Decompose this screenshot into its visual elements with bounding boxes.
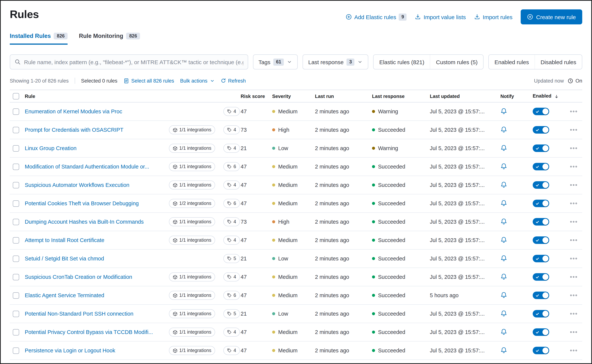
refresh-button[interactable]: Refresh [221, 78, 246, 84]
integrations-badge[interactable]: 1/1 integrations [169, 291, 215, 300]
row-actions-button[interactable] [569, 256, 579, 261]
tags-badge[interactable]: 4 [223, 346, 240, 355]
tags-badge[interactable]: 4 [223, 125, 240, 134]
row-actions-button[interactable] [569, 146, 579, 151]
rule-name-link[interactable]: Dumping Account Hashes via Built-In Comm… [25, 219, 165, 225]
tags-badge[interactable]: 4 [223, 328, 240, 337]
row-checkbox[interactable] [13, 347, 19, 354]
row-checkbox[interactable] [13, 219, 19, 225]
import-rules-button[interactable]: Import rules [474, 14, 513, 20]
enabled-toggle[interactable] [533, 255, 549, 262]
integrations-badge[interactable]: 1/1 integrations [169, 162, 215, 171]
rule-name-link[interactable]: Elastic Agent Service Terminated [25, 292, 165, 298]
tags-badge[interactable]: 5 [223, 254, 240, 263]
row-actions-button[interactable] [569, 275, 579, 279]
row-checkbox[interactable] [13, 274, 19, 280]
enabled-toggle[interactable] [533, 200, 549, 207]
integrations-badge[interactable]: 1/1 integrations [169, 236, 215, 245]
rule-name-link[interactable]: Potential Cookies Theft via Browser Debu… [25, 200, 165, 206]
tags-filter-button[interactable]: Tags 61 [253, 54, 298, 69]
column-header-last-response[interactable]: Last response [370, 93, 428, 99]
rule-name-link[interactable]: Modification of Standard Authentication … [25, 164, 165, 170]
auto-refresh-toggle[interactable]: On [568, 78, 582, 84]
enabled-toggle[interactable] [533, 218, 549, 226]
column-header-last-updated[interactable]: Last updated [428, 93, 494, 99]
rule-name-link[interactable]: Potential Non-Standard Port SSH connecti… [25, 311, 165, 317]
enabled-toggle[interactable] [533, 181, 549, 189]
rule-name-link[interactable]: Attempt to Install Root Certificate [25, 237, 165, 243]
notify-bell-button[interactable] [500, 347, 507, 353]
row-checkbox[interactable] [13, 200, 19, 207]
row-checkbox[interactable] [13, 292, 19, 299]
row-actions-button[interactable] [569, 164, 579, 169]
rule-name-link[interactable]: Suspicious Automator Workflows Execution [25, 182, 165, 188]
row-actions-button[interactable] [569, 109, 579, 114]
rule-name-link[interactable]: Suspicious CronTab Creation or Modificat… [25, 274, 165, 280]
last-response-filter-button[interactable]: Last response 3 [303, 54, 368, 69]
tags-badge[interactable]: 4 [223, 181, 240, 189]
rule-name-link[interactable]: Linux Group Creation [25, 145, 165, 151]
notify-bell-button[interactable] [500, 126, 507, 133]
tab-installed-rules[interactable]: Installed Rules 826 [10, 33, 68, 45]
tags-badge[interactable]: 4 [223, 236, 240, 245]
row-checkbox[interactable] [13, 255, 19, 262]
notify-bell-button[interactable] [500, 328, 507, 335]
integrations-badge[interactable]: 1/1 integrations [169, 309, 215, 318]
notify-bell-button[interactable] [500, 181, 507, 188]
enabled-toggle[interactable] [533, 273, 549, 281]
disabled-rules-filter[interactable]: Disabled rules [535, 55, 582, 69]
tags-badge[interactable]: 6 [223, 199, 240, 208]
enabled-rules-filter[interactable]: Enabled rules [489, 55, 534, 69]
integrations-badge[interactable]: 1/1 integrations [169, 144, 215, 153]
notify-bell-button[interactable] [500, 291, 507, 298]
notify-bell-button[interactable] [500, 310, 507, 317]
enabled-toggle[interactable] [533, 126, 549, 134]
row-actions-button[interactable] [569, 201, 579, 206]
notify-bell-button[interactable] [500, 199, 507, 206]
row-actions-button[interactable] [569, 238, 579, 243]
rule-name-link[interactable]: Prompt for Credentials with OSASCRIPT [25, 127, 165, 133]
notify-bell-button[interactable] [500, 273, 507, 280]
create-new-rule-button[interactable]: Create new rule [521, 9, 582, 24]
tags-badge[interactable]: 6 [223, 291, 240, 300]
enabled-toggle[interactable] [533, 236, 549, 244]
row-actions-button[interactable] [569, 348, 579, 353]
notify-bell-button[interactable] [500, 163, 507, 169]
enabled-toggle[interactable] [533, 310, 549, 318]
integrations-badge[interactable]: 1/1 integrations [169, 125, 215, 134]
enabled-toggle[interactable] [533, 347, 549, 354]
enabled-toggle[interactable] [533, 328, 549, 336]
rule-name-link[interactable]: Enumeration of Kernel Modules via Proc [25, 108, 165, 114]
notify-bell-button[interactable] [500, 144, 507, 151]
row-checkbox[interactable] [13, 145, 19, 151]
row-actions-button[interactable] [569, 183, 579, 188]
enabled-toggle[interactable] [533, 108, 549, 115]
tags-badge[interactable]: 6 [223, 162, 240, 171]
column-header-rule[interactable]: Rule [25, 93, 165, 99]
integrations-badge[interactable]: 1/1 integrations [169, 328, 215, 337]
tab-rule-monitoring[interactable]: Rule Monitoring 826 [79, 33, 140, 45]
row-checkbox[interactable] [13, 127, 19, 133]
row-actions-button[interactable] [569, 220, 579, 224]
integrations-badge[interactable]: 1/1 integrations [169, 217, 215, 226]
column-header-enabled[interactable]: Enabled [528, 93, 565, 99]
enabled-toggle[interactable] [533, 144, 549, 152]
bulk-actions-button[interactable]: Bulk actions [180, 78, 215, 84]
tags-badge[interactable]: 4 [223, 107, 240, 116]
add-elastic-rules-button[interactable]: Add Elastic rules 9 [346, 13, 407, 20]
integrations-badge[interactable]: 1/2 integrations [169, 199, 215, 208]
integrations-badge[interactable]: 1/1 integrations [169, 346, 215, 355]
rule-name-link[interactable]: Setuid / Setgid Bit Set via chmod [25, 256, 165, 261]
rule-name-link[interactable]: Potential Privacy Control Bypass via TCC… [25, 329, 165, 335]
search-input[interactable] [24, 59, 243, 65]
tags-badge[interactable]: 4 [223, 217, 240, 226]
custom-rules-filter[interactable]: Custom rules (5) [430, 55, 483, 69]
row-checkbox[interactable] [13, 237, 19, 243]
column-header-last-run[interactable]: Last run [313, 93, 370, 99]
rule-name-link[interactable]: Persistence via Login or Logout Hook [25, 347, 165, 353]
elastic-rules-filter[interactable]: Elastic rules (821) [374, 55, 430, 69]
row-checkbox[interactable] [13, 329, 19, 335]
row-checkbox[interactable] [13, 108, 19, 115]
row-checkbox[interactable] [13, 163, 19, 170]
search-box[interactable] [10, 54, 248, 69]
